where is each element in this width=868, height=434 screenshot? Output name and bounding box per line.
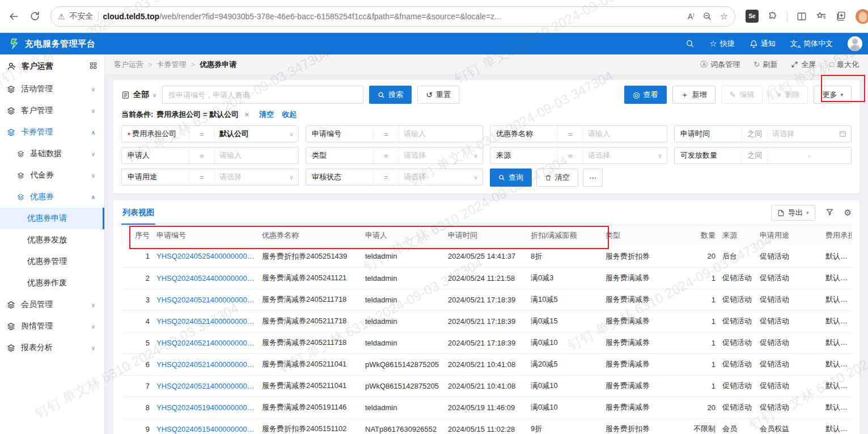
apply-no-link[interactable]: YHSQ2024052140000000002 [153, 353, 259, 375]
sidebar-item-活动管理[interactable]: 活动管理∨ [0, 78, 104, 100]
browser-chrome: ⚠ 不安全 cloud.teld5.top/web/render?fid=949… [0, 0, 868, 33]
sidebar-item-优惠券作废[interactable]: 优惠券作废 [0, 272, 104, 294]
search-button[interactable]: 搜索 [369, 86, 412, 104]
table-row[interactable]: 8YHSQ2024051940000000001服务费满减券2405191146… [121, 397, 852, 418]
filter-field-申请用途[interactable]: 申请用途=请选择∨ [121, 168, 299, 186]
browser-back-icon[interactable] [8, 11, 19, 22]
search-input[interactable] [162, 86, 363, 104]
address-bar[interactable]: ⚠ 不安全 cloud.teld5.top/web/render?fid=949… [50, 6, 735, 27]
more-filters-button[interactable]: ⋯ [583, 168, 603, 187]
sidebar-item-舆情管理[interactable]: 舆情管理∨ [0, 315, 104, 337]
filter-operator: 之间 [742, 126, 768, 142]
filter-field-优惠券名称[interactable]: 优惠券名称=请输入 [490, 125, 667, 142]
cell-优惠券名称: 服务费满减券2405211718 [259, 289, 362, 310]
filter-field-费用承担公司[interactable]: •费用承担公司=默认公司∨ [121, 125, 299, 142]
favorite-star-icon[interactable]: ☆ [720, 12, 728, 21]
breadcrumb-item[interactable]: 客户运营 [114, 60, 143, 70]
browser-refresh-icon[interactable] [29, 11, 40, 22]
favorites-bar-icon[interactable] [816, 11, 827, 22]
dict-manage-button[interactable]: Ⓐ词条管理 [700, 60, 740, 70]
layers-icon [17, 193, 24, 201]
table-row[interactable]: 9YHSQ2024051540000000001服务费折扣券2405151102… [121, 418, 852, 434]
table-row[interactable]: 6YHSQ2024052140000000002服务费满减券2405211041… [121, 353, 852, 375]
breadcrumb-item[interactable]: 卡券管理 [157, 60, 187, 70]
query-button[interactable]: 查询 [490, 168, 532, 187]
tab-list-view[interactable]: 列表视图 [121, 208, 155, 225]
coupon-table: 序号申请编号优惠券名称申请人申请时间折扣/满减面额类型数量来源申请用途费用承担公… [121, 225, 852, 434]
filter-field-申请人[interactable]: 申请人=请输入 [121, 147, 299, 164]
export-button[interactable]: 导出▾ [771, 205, 815, 221]
cell-费用承担公: 默认公司 [822, 310, 852, 332]
filter-field-可发放数量[interactable]: 可发放数量之间- [674, 147, 852, 164]
split-screen-icon[interactable] [797, 11, 807, 22]
language-menu[interactable]: 文A 简体中文 [790, 39, 833, 49]
filter-field-来源[interactable]: 来源=请选择∨ [490, 147, 667, 164]
scope-dropdown[interactable]: 全部 ∨ [121, 90, 156, 100]
table-row[interactable]: 5YHSQ2024052140000000003服务费满减券2405211718… [121, 332, 852, 353]
zoom-out-icon[interactable] [702, 11, 712, 21]
apply-no-link[interactable]: YHSQ2024051540000000001 [153, 418, 259, 434]
collections-icon[interactable] [836, 11, 846, 22]
table-row[interactable]: 7YHSQ2024052140000000001服务费满减券2405211041… [121, 375, 852, 397]
cell-申请人: teldadmin [362, 310, 444, 332]
shortcut-menu[interactable]: ☆ 快捷 [709, 39, 734, 49]
filter-field-审核状态[interactable]: 审核状态=请选择∨ [306, 168, 483, 186]
apply-no-link[interactable]: YHSQ2024052140000000001 [153, 375, 259, 397]
collapse-link[interactable]: 收起 [282, 109, 297, 120]
filter-placeholder: 请选择 [768, 129, 839, 139]
more-button[interactable]: 更多▾ [814, 86, 852, 104]
global-search-icon[interactable] [685, 39, 695, 48]
apply-no-link[interactable]: YHSQ2024052140000000004 [153, 310, 259, 332]
remove-condition-icon[interactable]: × [242, 110, 251, 119]
fullscreen-button[interactable]: 全屏 [791, 60, 816, 70]
apply-no-link[interactable]: YHSQ2024052540000000001 [153, 246, 259, 267]
gear-icon[interactable]: ⚙ [844, 208, 852, 218]
apps-grid-icon[interactable] [89, 61, 98, 71]
selenium-extension-icon[interactable]: Se [746, 10, 759, 23]
table-row[interactable]: 3YHSQ2024052140000000005服务费满减券2405211718… [121, 289, 852, 310]
filter-funnel-icon[interactable] [825, 208, 834, 218]
table-row[interactable]: 4YHSQ2024052140000000004服务费满减券2405211718… [121, 310, 852, 332]
url-text[interactable]: cloud.teld5.top/web/render?fid=949030b5-… [103, 12, 683, 21]
sidebar-item-卡券管理[interactable]: 卡券管理∧ [0, 121, 104, 143]
reset-button[interactable]: ↺重置 [417, 86, 459, 104]
cell-数量: 20 [689, 246, 719, 267]
sidebar-item-优惠券申请[interactable]: 优惠券申请 [0, 208, 104, 229]
table-row[interactable]: 1YHSQ2024052540000000001服务费折扣券2405251439… [121, 246, 852, 267]
apply-no-link[interactable]: YHSQ2024052140000000003 [153, 332, 259, 353]
notification-menu[interactable]: 通知 [750, 39, 776, 49]
table-row[interactable]: 2YHSQ2024052440000000001服务费满减券2405241121… [121, 267, 852, 289]
sidebar-item-基础数据[interactable]: 基础数据∨ [0, 143, 104, 165]
apply-no-link[interactable]: YHSQ2024052140000000005 [153, 289, 259, 310]
browser-profile-avatar[interactable] [856, 9, 868, 24]
caret-down-icon: ▾ [806, 210, 809, 216]
add-button[interactable]: ＋新增 [672, 86, 715, 104]
edit-button[interactable]: ✎编辑 [721, 86, 763, 104]
sidebar-item-客户管理[interactable]: 客户管理∨ [0, 100, 104, 121]
clear-button[interactable]: 清空 [536, 168, 578, 187]
user-avatar[interactable] [848, 36, 862, 51]
sidebar-item-报表分析[interactable]: 报表分析∨ [0, 337, 104, 359]
apply-no-link[interactable]: YHSQ2024051940000000001 [153, 397, 259, 418]
sidebar-item-优惠券[interactable]: 优惠券∧ [0, 186, 104, 208]
filter-field-申请时间[interactable]: 申请时间之间请选择 [674, 125, 852, 142]
sidebar-item-优惠券管理[interactable]: 优惠券管理 [0, 251, 104, 272]
clear-conditions-link[interactable]: 清空 [259, 109, 274, 120]
apply-no-link[interactable]: YHSQ2024052440000000001 [153, 267, 259, 289]
sidebar-item-会员管理[interactable]: 会员管理∨ [0, 294, 104, 315]
column-header-数量: 数量 [689, 225, 719, 246]
sidebar-item-代金券[interactable]: 代金券∨ [0, 165, 104, 186]
sidebar-item-优惠券发放[interactable]: 优惠券发放 [0, 229, 104, 251]
refresh-button[interactable]: ↻刷新 [753, 60, 777, 70]
delete-button[interactable]: ×删除 [768, 86, 808, 104]
filter-field-申请编号[interactable]: 申请编号=请输入 [306, 125, 483, 142]
maximize-button[interactable]: □最大化 [829, 60, 859, 70]
filter-field-类型[interactable]: 类型=请选择∨ [306, 147, 483, 164]
cell-类型: 服务费折扣券 [602, 246, 689, 267]
view-button[interactable]: ◎查看 [624, 86, 666, 104]
read-aloud-icon[interactable]: A) [688, 12, 695, 20]
extensions-icon[interactable] [768, 11, 778, 22]
cell-来源: 后台 [719, 246, 756, 267]
cell-折扣/满减面额: 满0减10 [527, 375, 602, 397]
cell-申请人: pWkQ8615142875205 [362, 353, 444, 375]
